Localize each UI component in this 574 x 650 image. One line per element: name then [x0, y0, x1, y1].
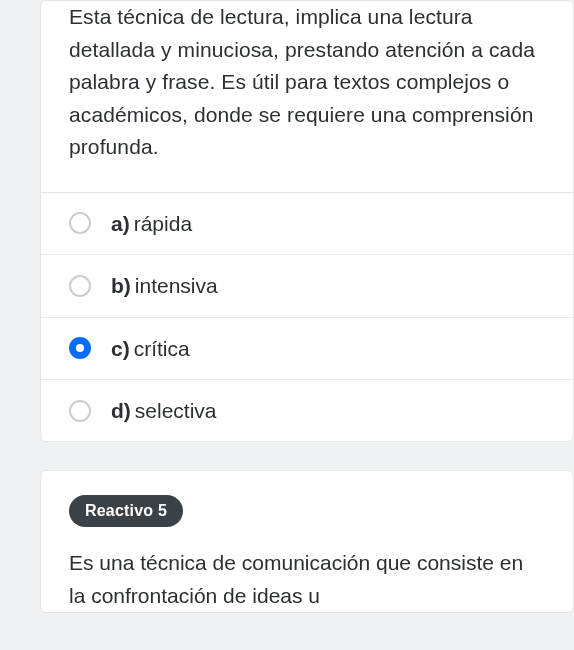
question-prompt-text: Esta técnica de lectura, implica una lec…: [69, 1, 545, 164]
option-text: selectiva: [135, 399, 217, 422]
page: Esta técnica de lectura, implica una lec…: [0, 0, 574, 650]
option-letter: c): [111, 337, 130, 360]
option-label: b)intensiva: [111, 271, 218, 300]
question-prompt-block: Esta técnica de lectura, implica una lec…: [41, 1, 573, 192]
option-c[interactable]: c)crítica: [41, 318, 573, 380]
radio-icon: [69, 212, 91, 234]
radio-icon: [69, 275, 91, 297]
option-text: crítica: [134, 337, 190, 360]
radio-icon: [69, 400, 91, 422]
question-card-4: Esta técnica de lectura, implica una lec…: [40, 0, 574, 442]
radio-icon-selected: [69, 337, 91, 359]
option-label: d)selectiva: [111, 396, 217, 425]
option-a[interactable]: a)rápida: [41, 193, 573, 255]
option-text: rápida: [134, 212, 192, 235]
options-list: a)rápida b)intensiva c)crítica d)selecti…: [41, 192, 573, 442]
option-label: c)crítica: [111, 334, 190, 363]
option-b[interactable]: b)intensiva: [41, 255, 573, 317]
option-letter: d): [111, 399, 131, 422]
option-label: a)rápida: [111, 209, 192, 238]
question-card-5: Reactivo 5 Es una técnica de comunicació…: [40, 470, 574, 613]
question-badge: Reactivo 5: [69, 495, 183, 527]
option-d[interactable]: d)selectiva: [41, 380, 573, 441]
question-prompt-text: Es una técnica de comunicación que consi…: [69, 547, 545, 612]
option-letter: a): [111, 212, 130, 235]
option-text: intensiva: [135, 274, 218, 297]
option-letter: b): [111, 274, 131, 297]
